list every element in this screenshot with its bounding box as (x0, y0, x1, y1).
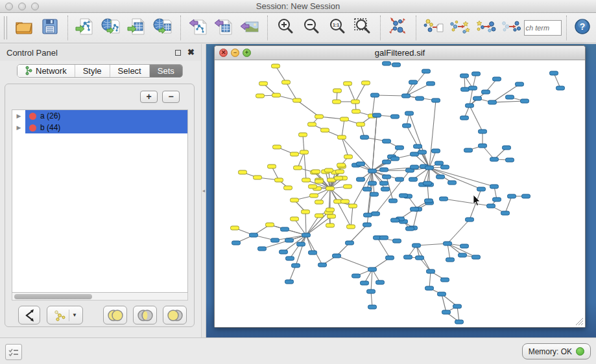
graph-node (516, 82, 524, 86)
list-item[interactable]: ▶ b (44) (12, 122, 187, 133)
graph-node (453, 304, 462, 308)
graph-node (550, 71, 558, 75)
float-panel-icon[interactable] (175, 50, 181, 56)
graph-node (293, 98, 302, 102)
horizontal-scrollbar[interactable] (12, 293, 188, 301)
graph-node (291, 152, 299, 156)
graph-node (448, 181, 457, 185)
graph-node (368, 267, 377, 271)
save-icon (40, 16, 60, 40)
list-item[interactable]: ▶ a (26) (12, 110, 187, 122)
export-image-button[interactable] (237, 15, 263, 41)
graph-node (399, 194, 408, 198)
hide-selection-icon (500, 16, 522, 40)
graph-node (318, 263, 327, 267)
export-table-button[interactable] (211, 15, 237, 41)
graph-node (444, 242, 452, 245)
graph-node (338, 135, 346, 139)
graph-node (460, 116, 469, 120)
tab-network[interactable]: Network (18, 65, 75, 77)
difference-button[interactable] (163, 306, 187, 324)
graph-node (482, 90, 490, 94)
panel-splitter[interactable]: ◂ (201, 44, 206, 337)
graph-node (409, 177, 418, 181)
svg-text:?: ? (580, 21, 586, 32)
graph-node (363, 187, 372, 191)
first-neighbors-icon (449, 16, 471, 40)
graph-node (383, 175, 391, 179)
graph-node (391, 218, 399, 222)
task-history-button[interactable] (5, 344, 22, 360)
open-session-button[interactable] (11, 15, 37, 41)
graph-node (364, 213, 372, 217)
graph-node (286, 256, 294, 260)
import-network-file-button[interactable] (73, 15, 99, 41)
network-graph[interactable] (215, 60, 585, 327)
graph-node (380, 181, 388, 185)
tab-style[interactable]: Style (75, 65, 110, 77)
graph-node (473, 97, 482, 100)
create-set-menu-button[interactable]: ▼ (47, 306, 83, 324)
graph-node (446, 258, 455, 262)
toolbar-separator (180, 16, 181, 40)
help-button[interactable]: ? (571, 15, 593, 41)
graph-node (556, 86, 565, 90)
graph-node (357, 177, 365, 181)
remove-set-button[interactable]: − (162, 91, 180, 103)
import-table-web-button[interactable] (150, 15, 176, 41)
graph-node (506, 158, 514, 162)
apply-layout-button[interactable] (385, 15, 411, 41)
graph-node (284, 186, 292, 190)
expand-arrow-icon[interactable]: ▶ (12, 124, 25, 131)
toolbar-separator (566, 16, 567, 40)
select-first-neighbors-button[interactable] (447, 15, 473, 41)
window-titlebar: Session: New Session (0, 0, 596, 13)
graph-node (333, 254, 341, 258)
set-label: b (44) (40, 123, 60, 132)
import-network-web-button[interactable] (98, 15, 124, 41)
network-view-window[interactable]: ✕ − + galFiltered.sif (214, 45, 586, 328)
zoom-in-button[interactable] (272, 15, 298, 41)
graph-node (376, 280, 385, 284)
split-set-button[interactable] (18, 306, 40, 324)
control-panel-header: Control Panel ✖ (0, 44, 201, 61)
window-title: Session: New Session (0, 1, 596, 11)
hide-selection-button[interactable] (499, 15, 525, 41)
set-color-dot (29, 113, 36, 120)
import-table-file-button[interactable] (124, 15, 150, 41)
intersection-button[interactable] (133, 306, 157, 324)
graph-node (280, 250, 288, 254)
graph-node (477, 187, 486, 191)
control-panel-tabs: Network Style Select Sets (0, 61, 201, 80)
zoom-selected-button[interactable] (350, 15, 376, 41)
tab-select[interactable]: Select (110, 65, 150, 77)
graph-node (393, 239, 401, 243)
expand-selection-button[interactable] (473, 15, 499, 41)
expand-arrow-icon[interactable]: ▶ (12, 113, 25, 119)
network-window-titlebar[interactable]: ✕ − + galFiltered.sif (215, 46, 585, 60)
zoom-out-button[interactable] (298, 15, 324, 41)
status-bar: Memory: OK (0, 337, 596, 364)
network-canvas[interactable] (215, 60, 585, 327)
tab-sets[interactable]: Sets (150, 65, 182, 77)
graph-node (432, 149, 440, 153)
graph-node (309, 185, 317, 188)
graph-node (391, 115, 399, 119)
save-session-button[interactable] (37, 15, 63, 41)
graph-node (321, 128, 329, 132)
add-set-button[interactable]: + (140, 91, 158, 103)
resize-grip[interactable] (574, 316, 584, 326)
union-button[interactable] (103, 306, 127, 324)
graph-node (414, 144, 422, 148)
close-panel-icon[interactable]: ✖ (187, 49, 195, 56)
new-network-from-selection-button[interactable] (421, 15, 447, 41)
memory-label: Memory: OK (529, 347, 572, 356)
collapse-splitter-icon[interactable]: ◂ (202, 188, 205, 194)
memory-status-button[interactable]: Memory: OK (522, 343, 591, 359)
export-network-button[interactable] (185, 15, 211, 41)
search-input[interactable]: ch term (524, 20, 562, 36)
zoom-actual-size-button[interactable]: 1:1 (324, 15, 350, 41)
scrollbar-thumb[interactable] (14, 294, 92, 299)
toolbar-drag-handle[interactable] (4, 16, 7, 40)
graph-node (396, 146, 404, 150)
